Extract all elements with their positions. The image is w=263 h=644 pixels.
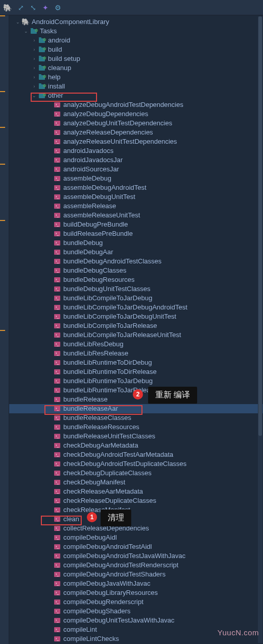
task-checkDebugAndroidTestAarMetadata[interactable]: ›_checkDebugAndroidTestAarMetadata (9, 450, 263, 459)
task-bundleDebugAndroidTestClasses[interactable]: ›_bundleDebugAndroidTestClasses (9, 257, 263, 266)
tree-item-label: android (48, 36, 70, 45)
chevron-right-icon[interactable]: › (31, 63, 38, 73)
task-compileDebugShaders[interactable]: ›_compileDebugShaders (9, 607, 263, 616)
task-bundleDebug[interactable]: ›_bundleDebug (9, 238, 263, 248)
task-androidSourcesJar[interactable]: ›_androidSourcesJar (9, 165, 263, 174)
task-analyzeDebugUnitTestDependencies[interactable]: ›_analyzeDebugUnitTestDependencies (9, 119, 263, 128)
chevron-down-icon[interactable]: ⌄ (31, 91, 38, 100)
gradle-tree: ⌄🐘AndroidComponentLibrary⌄Tasks›android›… (9, 15, 263, 644)
task-bundleLibRuntimeToDirRelease[interactable]: ›_bundleLibRuntimeToDirRelease (9, 367, 263, 376)
project-root[interactable]: ⌄🐘AndroidComponentLibrary (9, 17, 263, 27)
task-bundleDebugUnitTestClasses[interactable]: ›_bundleDebugUnitTestClasses (9, 284, 263, 294)
task-bundleLibRuntimeToJarRelease[interactable]: ›_bundleLibRuntimeToJarRelease (9, 386, 263, 395)
task-buildDebugPreBundle[interactable]: ›_buildDebugPreBundle (9, 220, 263, 229)
task-bundleRelease[interactable]: ›_bundleRelease (9, 395, 263, 404)
task-group-build-setup[interactable]: ›build setup (9, 54, 263, 63)
task-bundleDebugClasses[interactable]: ›_bundleDebugClasses (9, 266, 263, 275)
scrollbar-thumb[interactable] (258, 16, 262, 436)
task-bundleLibRuntimeToDirDebug[interactable]: ›_bundleLibRuntimeToDirDebug (9, 358, 263, 367)
task-checkReleaseAarMetadata[interactable]: ›_checkReleaseAarMetadata (9, 487, 263, 496)
task-checkDebugAndroidTestDuplicateClasses[interactable]: ›_checkDebugAndroidTestDuplicateClasses (9, 459, 263, 469)
gradle-icon[interactable]: 🐘 (3, 4, 12, 12)
task-compileDebugAidl[interactable]: ›_compileDebugAidl (9, 533, 263, 542)
chevron-right-icon[interactable]: › (31, 45, 38, 54)
task-analyzeReleaseUnitTestDependencies[interactable]: ›_analyzeReleaseUnitTestDependencies (9, 137, 263, 146)
wand-icon[interactable]: ✦ (42, 4, 49, 12)
task-bundleReleaseUnitTestClasses[interactable]: ›_bundleReleaseUnitTestClasses (9, 432, 263, 441)
chevron-right-icon[interactable]: › (31, 82, 38, 91)
chevron-down-icon[interactable]: ⌄ (14, 17, 21, 27)
tree-item-label: bundleReleaseClasses (63, 413, 131, 423)
tree-item-label: bundleLibCompileToJarReleaseUnitTest (63, 330, 181, 340)
task-bundleLibResRelease[interactable]: ›_bundleLibResRelease (9, 349, 263, 358)
task-assembleDebugUnitTest[interactable]: ›_assembleDebugUnitTest (9, 192, 263, 202)
collapse-all-icon[interactable]: ⤡ (30, 4, 36, 12)
tree-item-label: compileDebugAndroidTestRenderscript (63, 561, 178, 570)
expand-all-icon[interactable]: ⤢ (18, 4, 24, 12)
task-bundleReleaseClasses[interactable]: ›_bundleReleaseClasses (9, 413, 263, 423)
task-androidJavadocsJar[interactable]: ›_androidJavadocsJar (9, 156, 263, 165)
task-group-help[interactable]: ›help (9, 73, 263, 82)
task-group-android[interactable]: ›android (9, 36, 263, 45)
task-bundleLibCompileToJarDebugAndroidTest[interactable]: ›_bundleLibCompileToJarDebugAndroidTest (9, 303, 263, 312)
chevron-down-icon[interactable]: ⌄ (22, 27, 30, 36)
task-bundleDebugAar[interactable]: ›_bundleDebugAar (9, 248, 263, 257)
tree-item-label: assembleRelease (63, 202, 116, 211)
task-bundleLibCompileToJarDebugUnitTest[interactable]: ›_bundleLibCompileToJarDebugUnitTest (9, 312, 263, 321)
tree-item-label: checkReleaseAarMetadata (63, 487, 143, 496)
task-group-build[interactable]: ›build (9, 45, 263, 54)
task-checkReleaseManifest[interactable]: ›_checkReleaseManifest (9, 505, 263, 515)
task-checkReleaseDuplicateClasses[interactable]: ›_checkReleaseDuplicateClasses (9, 496, 263, 505)
task-clean[interactable]: ›_clean (9, 515, 263, 524)
task-icon: ›_ (54, 507, 60, 513)
tree-item-label: bundleLibCompileToJarDebugAndroidTest (63, 303, 187, 312)
task-collectReleaseDependencies[interactable]: ›_collectReleaseDependencies (9, 524, 263, 533)
task-bundleDebugResources[interactable]: ›_bundleDebugResources (9, 275, 263, 284)
chevron-right-icon[interactable]: › (31, 73, 38, 82)
gear-icon[interactable]: ⚙ (55, 4, 61, 12)
task-analyzeDebugAndroidTestDependencies[interactable]: ›_analyzeDebugAndroidTestDependencies (9, 100, 263, 109)
task-checkDebugAarMetadata[interactable]: ›_checkDebugAarMetadata (9, 441, 263, 450)
task-group-install[interactable]: ›install (9, 82, 263, 91)
task-icon: ›_ (54, 517, 60, 522)
task-assembleDebug[interactable]: ›_assembleDebug (9, 174, 263, 183)
task-compileDebugAndroidTestRenderscript[interactable]: ›_compileDebugAndroidTestRenderscript (9, 561, 263, 570)
task-assembleDebugAndroidTest[interactable]: ›_assembleDebugAndroidTest (9, 183, 263, 192)
task-group-cleanup[interactable]: ›cleanup (9, 63, 263, 73)
task-assembleReleaseUnitTest[interactable]: ›_assembleReleaseUnitTest (9, 211, 263, 220)
task-compileDebugLibraryResources[interactable]: ›_compileDebugLibraryResources (9, 588, 263, 597)
task-bundleLibCompileToJarRelease[interactable]: ›_bundleLibCompileToJarRelease (9, 321, 263, 330)
tree-item-label: compileDebugJavaWithJavac (63, 579, 151, 588)
tree-item-label: androidJavadocsJar (63, 156, 123, 165)
chevron-right-icon[interactable]: › (31, 54, 38, 63)
task-bundleLibCompileToJarReleaseUnitTest[interactable]: ›_bundleLibCompileToJarReleaseUnitTest (9, 330, 263, 340)
task-buildReleasePreBundle[interactable]: ›_buildReleasePreBundle (9, 229, 263, 238)
task-bundleLibRuntimeToJarDebug[interactable]: ›_bundleLibRuntimeToJarDebug (9, 376, 263, 386)
tasks-folder[interactable]: ⌄Tasks (9, 27, 263, 36)
task-compileDebugAndroidTestJavaWithJavac[interactable]: ›_compileDebugAndroidTestJavaWithJavac (9, 551, 263, 561)
task-icon: ›_ (54, 415, 60, 420)
task-assembleRelease[interactable]: ›_assembleRelease (9, 202, 263, 211)
task-icon: ›_ (54, 277, 60, 282)
task-checkDebugDuplicateClasses[interactable]: ›_checkDebugDuplicateClasses (9, 469, 263, 478)
task-analyzeDebugDependencies[interactable]: ›_analyzeDebugDependencies (9, 109, 263, 119)
task-bundleReleaseResources[interactable]: ›_bundleReleaseResources (9, 423, 263, 432)
task-compileDebugAndroidTestAidl[interactable]: ›_compileDebugAndroidTestAidl (9, 542, 263, 551)
task-group-other[interactable]: ⌄other (9, 91, 263, 100)
task-compileDebugRenderscript[interactable]: ›_compileDebugRenderscript (9, 597, 263, 607)
tree-item-label: AndroidComponentLibrary (32, 17, 109, 27)
chevron-right-icon[interactable]: › (31, 36, 38, 45)
task-androidJavadocs[interactable]: ›_androidJavadocs (9, 146, 263, 156)
task-compileDebugJavaWithJavac[interactable]: ›_compileDebugJavaWithJavac (9, 579, 263, 588)
tree-item-label: analyzeReleaseDependencies (63, 128, 153, 137)
scrollbar[interactable] (258, 16, 262, 643)
task-checkDebugManifest[interactable]: ›_checkDebugManifest (9, 478, 263, 487)
task-compileDebugAndroidTestShaders[interactable]: ›_compileDebugAndroidTestShaders (9, 570, 263, 579)
folder-icon (39, 75, 45, 80)
task-bundleLibResDebug[interactable]: ›_bundleLibResDebug (9, 340, 263, 349)
task-icon: ›_ (54, 599, 60, 605)
task-bundleLibCompileToJarDebug[interactable]: ›_bundleLibCompileToJarDebug (9, 294, 263, 303)
task-bundleReleaseAar[interactable]: ›_bundleReleaseAar (9, 404, 263, 413)
task-compileDebugUnitTestJavaWithJavac[interactable]: ›_compileDebugUnitTestJavaWithJavac (9, 616, 263, 625)
task-analyzeReleaseDependencies[interactable]: ›_analyzeReleaseDependencies (9, 128, 263, 137)
